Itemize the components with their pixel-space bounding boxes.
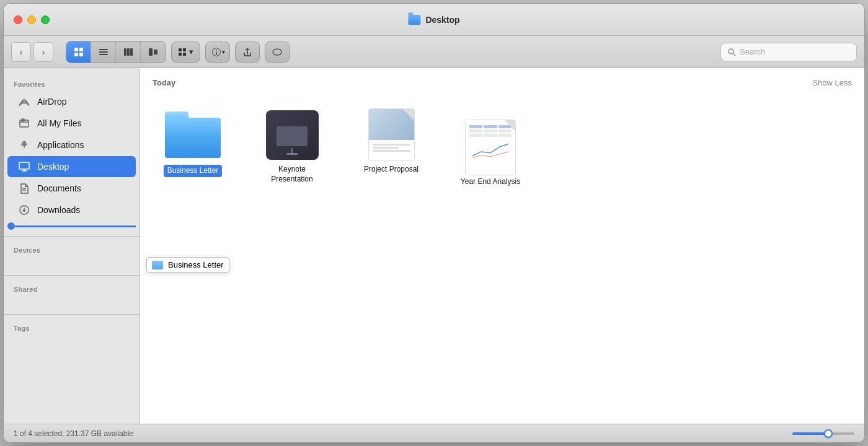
file-item-year-end[interactable]: Year End Analysis	[450, 116, 531, 192]
nav-buttons: ‹ ›	[11, 42, 53, 62]
svg-rect-13	[183, 48, 186, 51]
desktop-icon	[17, 160, 31, 173]
file-item-project-proposal[interactable]: Project Proposal	[351, 103, 432, 192]
action-button[interactable]: ▾	[205, 42, 230, 63]
view-cover-button[interactable]	[141, 42, 166, 63]
svg-rect-9	[130, 48, 133, 56]
project-proposal-label: Project Proposal	[364, 165, 418, 175]
downloads-icon	[17, 203, 31, 217]
svg-point-17	[728, 49, 733, 54]
keynote-icon	[261, 108, 323, 161]
keynote-screen	[277, 126, 308, 146]
svg-rect-7	[124, 48, 126, 56]
view-icon-button[interactable]	[66, 42, 91, 63]
desktop-label: Desktop	[37, 162, 69, 172]
all-my-files-label: All My Files	[37, 118, 82, 128]
sidebar-item-downloads[interactable]: Downloads	[7, 199, 136, 221]
title-folder-icon	[408, 15, 420, 25]
view-list-button[interactable]	[91, 42, 116, 63]
section-header: Today Show Less	[153, 78, 852, 87]
svg-rect-10	[149, 48, 153, 56]
search-placeholder: Search	[740, 47, 765, 56]
business-letter-label: Business Letter	[164, 165, 223, 177]
downloads-label: Downloads	[37, 205, 80, 215]
forward-button[interactable]: ›	[33, 42, 53, 62]
statusbar: 1 of 4 selected, 231.37 GB available	[4, 424, 864, 442]
traffic-lights	[14, 15, 50, 24]
rename-tooltip[interactable]: Business Letter	[146, 257, 229, 273]
search-box[interactable]: Search	[720, 43, 857, 61]
proposal-line	[373, 150, 410, 152]
devices-label: Devices	[4, 242, 140, 256]
documents-label: Documents	[37, 183, 81, 193]
svg-rect-4	[99, 49, 108, 50]
business-letter-icon	[162, 108, 224, 161]
group-arrow-icon: ▾	[189, 47, 193, 56]
sidebar-item-applications[interactable]: Applications	[7, 134, 136, 155]
shared-label: Shared	[4, 281, 140, 295]
svg-line-18	[733, 53, 736, 56]
group-button[interactable]: ▾	[171, 42, 200, 63]
tags-button[interactable]	[265, 42, 290, 63]
file-grid: Business Letter	[153, 97, 852, 198]
svg-rect-24	[19, 162, 29, 169]
view-column-button[interactable]	[116, 42, 141, 63]
toolbar: ‹ ›	[4, 36, 864, 68]
svg-rect-1	[79, 48, 83, 51]
svg-point-16	[273, 49, 281, 55]
drag-indicator-row	[4, 221, 140, 231]
minimize-button[interactable]	[27, 15, 36, 24]
keynote-base	[286, 153, 298, 155]
project-proposal-icon	[360, 108, 422, 161]
titlebar: Desktop	[4, 4, 864, 36]
share-button[interactable]	[235, 42, 260, 63]
documents-icon	[17, 181, 31, 195]
sidebar-item-documents[interactable]: Documents	[7, 178, 136, 199]
content-area: Today Show Less Business Letter	[140, 68, 864, 424]
zoom-slider[interactable]	[792, 432, 854, 435]
svg-rect-14	[179, 53, 182, 56]
applications-icon	[17, 138, 31, 152]
sidebar-item-desktop[interactable]: Desktop	[7, 156, 136, 177]
folder-body	[165, 118, 221, 158]
all-my-files-icon	[17, 116, 31, 130]
svg-rect-20	[20, 120, 29, 127]
maximize-button[interactable]	[41, 15, 50, 24]
tags-label: Tags	[4, 320, 140, 334]
slider-track	[792, 432, 854, 435]
year-end-label: Year End Analysis	[461, 177, 520, 187]
finder-window: Desktop ‹ ›	[3, 3, 865, 443]
airdrop-label: AirDrop	[37, 97, 66, 107]
airdrop-icon	[17, 95, 31, 108]
svg-rect-2	[74, 53, 78, 56]
divider-shared	[4, 275, 140, 276]
svg-rect-8	[127, 48, 130, 56]
back-button[interactable]: ‹	[11, 42, 31, 62]
view-controls	[66, 41, 166, 63]
favorites-label: Favorites	[4, 76, 140, 90]
close-button[interactable]	[14, 15, 22, 24]
sidebar-item-airdrop[interactable]: AirDrop	[7, 91, 136, 112]
divider-tags	[4, 314, 140, 315]
proposal-line	[373, 147, 399, 149]
proposal-image	[369, 109, 414, 140]
svg-rect-12	[179, 48, 182, 51]
rename-tooltip-label: Business Letter	[168, 260, 224, 269]
divider-devices	[4, 236, 140, 237]
show-less-button[interactable]: Show Less	[812, 78, 852, 87]
status-info: 1 of 4 selected, 231.37 GB available	[14, 429, 133, 438]
drag-line	[15, 225, 136, 227]
slider-thumb[interactable]	[824, 429, 833, 438]
sidebar: Favorites AirDrop	[4, 68, 140, 424]
main-area: Favorites AirDrop	[4, 68, 864, 424]
svg-rect-3	[79, 53, 83, 56]
year-end-icon	[459, 121, 521, 173]
applications-label: Applications	[37, 140, 84, 150]
svg-rect-0	[74, 48, 78, 51]
sidebar-item-all-my-files[interactable]: All My Files	[7, 113, 136, 134]
file-item-keynote[interactable]: KeynotePresentation	[252, 103, 332, 192]
file-item-business-letter[interactable]: Business Letter	[153, 103, 233, 192]
svg-rect-11	[154, 50, 157, 55]
svg-rect-15	[183, 53, 186, 56]
keynote-label: KeynotePresentation	[271, 165, 312, 184]
